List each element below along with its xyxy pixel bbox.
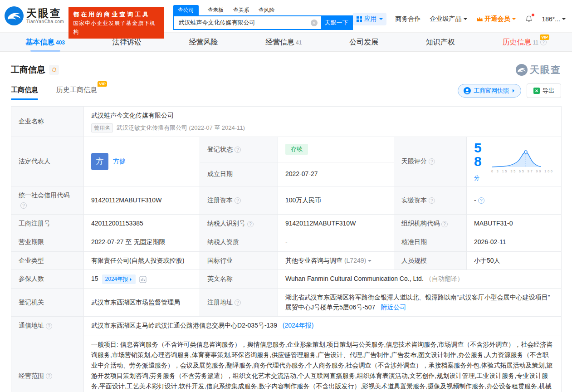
open-membership-label: 开通会员: [485, 15, 510, 23]
tab-operating-info[interactable]: 经营信息41: [265, 33, 302, 52]
search-tab-risk[interactable]: 查风险: [259, 6, 275, 15]
industry-code: (L7249): [344, 257, 366, 264]
notifications-bell[interactable]: [525, 15, 533, 23]
bell-icon: [525, 15, 533, 23]
tab-operating-risk-label: 经营风险: [189, 38, 218, 46]
annual-report-badge-label: 2024年报: [105, 275, 128, 284]
taxpayer-id-help-icon[interactable]: [247, 221, 254, 227]
annual-report-link[interactable]: (2024年报): [283, 322, 313, 329]
nearby-companies-link[interactable]: 附近公司: [381, 304, 406, 311]
mailing-address-cell: 武汉市东西湖区走马岭武汉汇通公路港信息交易中心D2-035号-139 (2024…: [84, 317, 562, 335]
chevron-down-icon: [379, 18, 383, 22]
user-account-menu[interactable]: 186*...: [542, 15, 566, 23]
notification-dot: [532, 14, 534, 16]
tab-intellectual-property[interactable]: 知识产权: [426, 33, 455, 52]
clear-search-icon[interactable]: [311, 20, 318, 26]
section-header: 工商信息 天眼查: [11, 64, 561, 76]
score-cell: 58分 0 3 15 35 65 97 99 100: [467, 137, 562, 186]
legal-rep-avatar[interactable]: 方: [91, 153, 108, 170]
tab-basic-info[interactable]: 基本信息403: [25, 33, 65, 52]
tab-operating-info-count: 41: [296, 39, 302, 46]
tab-history-info[interactable]: 历史信息11VIP: [503, 33, 547, 52]
score-chart: 0 3 15 35 65 97 99 100: [491, 149, 554, 174]
export-button[interactable]: 导出: [527, 83, 561, 98]
credit-code-label-text: 统一社会信用代码: [19, 191, 69, 199]
industry-cell: 其他专业咨询与调查 (L7249): [278, 251, 394, 270]
company-type-value: 有限责任公司(自然人投资或控股): [84, 251, 200, 270]
org-code-help-icon[interactable]: [441, 221, 448, 227]
reg-capital-help-icon[interactable]: [235, 197, 241, 204]
search-tab-company[interactable]: 查公司: [173, 5, 199, 15]
chevron-down-icon: [464, 18, 467, 22]
search-tab-relation[interactable]: 查关系: [233, 6, 249, 15]
subtab-business-info[interactable]: 工商信息: [11, 86, 38, 100]
paid-capital-label-text: 实缴资本: [401, 196, 427, 204]
credit-code-help-icon[interactable]: [20, 202, 27, 209]
paid-capital-help-icon[interactable]: [429, 197, 435, 204]
legal-rep-cell: 方 方健: [84, 137, 200, 186]
tab-company-development-label: 公司发展: [349, 38, 378, 46]
credit-code-value: 91420112MABUTF310W: [84, 186, 200, 214]
subtab-history-business-info-label: 历史工商信息: [56, 86, 97, 93]
paid-capital-label: 实缴资本: [394, 186, 467, 214]
former-name-tag: 曾用名: [91, 123, 113, 132]
insured-count-value: 15: [91, 275, 98, 282]
chevron-down-icon: [562, 18, 566, 22]
table-row: 工商注册号 420112001153385 纳税人识别号 91420112MAB…: [11, 215, 562, 233]
reg-status-help-icon[interactable]: [235, 147, 241, 153]
business-cooperation-link[interactable]: 商务合作: [396, 15, 421, 23]
approval-date-value: 2026-02-11: [467, 233, 562, 251]
reg-status-cell: 存续: [278, 137, 394, 162]
industry-label: 国标行业: [200, 251, 278, 270]
tab-company-development[interactable]: 公司发展: [349, 33, 378, 52]
company-name-cell: 武汉蛙声今文化传媒有限公司 曾用名武汉泛敏文化传播有限公司 (2022-07 至…: [84, 107, 562, 137]
chevron-down-icon[interactable]: [368, 260, 372, 264]
table-row: 企业名称 武汉蛙声今文化传媒有限公司 曾用名武汉泛敏文化传播有限公司 (2022…: [11, 107, 562, 137]
apps-menu[interactable]: 应用: [353, 13, 386, 25]
enterprise-products-menu[interactable]: 企业级产品: [430, 15, 467, 23]
tab-legal-proceedings[interactable]: 法律诉讼: [112, 33, 142, 52]
credit-code-label: 统一社会信用代码: [11, 186, 84, 214]
table-row: 企业类型 有限责任公司(自然人投资或控股) 国标行业 其他专业咨询与调查 (L7…: [11, 251, 562, 270]
search-button[interactable]: 天眼一下: [321, 16, 352, 29]
taxpayer-id-label: 纳税人识别号: [200, 215, 278, 233]
search-input[interactable]: [174, 16, 311, 29]
table-row: 通信地址 武汉市东西湖区走马岭武汉汇通公路港信息交易中心D2-035号-139 …: [11, 317, 562, 335]
insured-count-label: 参保人数: [11, 270, 84, 289]
paid-capital-cell: -: [467, 186, 562, 214]
search-box: 天眼一下: [173, 15, 353, 30]
subtab-history-business-info[interactable]: 历史工商信息 VIP: [56, 86, 97, 100]
insured-trend-icon[interactable]: [139, 276, 147, 283]
annual-report-badge[interactable]: 2024年报: [102, 274, 136, 284]
reg-address-label: 注册地址: [200, 288, 278, 316]
table-row: 统一社会信用代码 91420112MABUTF310W 注册资本 100万人民币…: [11, 186, 562, 214]
score-help-icon[interactable]: [429, 158, 435, 165]
legal-rep-link[interactable]: 方健: [113, 157, 126, 167]
business-scope-help-icon[interactable]: [46, 373, 52, 379]
insured-count-cell: 152024年报: [84, 270, 200, 289]
reg-number-value: 420112001153385: [84, 215, 200, 233]
mailing-address-value: 武汉市东西湖区走马岭武汉汇通公路港信息交易中心D2-035号-139: [91, 322, 277, 329]
english-name-value: Wuhan Fanmin Cultural Communication Co.,…: [285, 275, 424, 282]
score-label-text: 天眼评分: [401, 157, 427, 165]
open-membership-menu[interactable]: 开通会员: [476, 15, 516, 23]
reg-number-label: 工商注册号: [11, 215, 84, 233]
subtab-actions: 工商官网快照 导出: [458, 83, 561, 102]
english-name-label: 英文名称: [200, 270, 278, 289]
history-help-icon[interactable]: [540, 39, 547, 45]
search-tab-boss[interactable]: 查老板: [208, 6, 224, 15]
official-snapshot-button[interactable]: 工商官网快照: [458, 84, 521, 98]
legal-rep-label: 法定代表人: [11, 137, 84, 186]
table-row: 营业期限 2022-07-27 至 无固定期限 纳税人资质 - 核准日期 202…: [11, 233, 562, 251]
reg-address-cell: 湖北省武汉市东西湖区将军路街金银潭大道以北、银潭路以南“武汉客厅小型会展中心建设…: [278, 288, 562, 316]
brand-domain: TianYanCha.com: [26, 19, 64, 24]
tab-operating-risk[interactable]: 经营风险: [189, 33, 218, 52]
vip-badge: VIP: [98, 81, 107, 87]
paid-capital-info-icon[interactable]: [478, 197, 484, 204]
reg-address-help-icon[interactable]: [235, 299, 241, 306]
mailing-address-help-icon[interactable]: [46, 323, 52, 329]
subscribe-bell-button[interactable]: [49, 65, 59, 75]
business-scope-value: 一般项目: 信息咨询服务（不含许可类信息咨询服务），舆情信息服务,企业形象策划,…: [84, 335, 562, 392]
tab-legal-proceedings-label: 法律诉讼: [112, 38, 142, 46]
tianyancha-logo[interactable]: 天眼查 TianYanCha.com: [5, 6, 64, 25]
